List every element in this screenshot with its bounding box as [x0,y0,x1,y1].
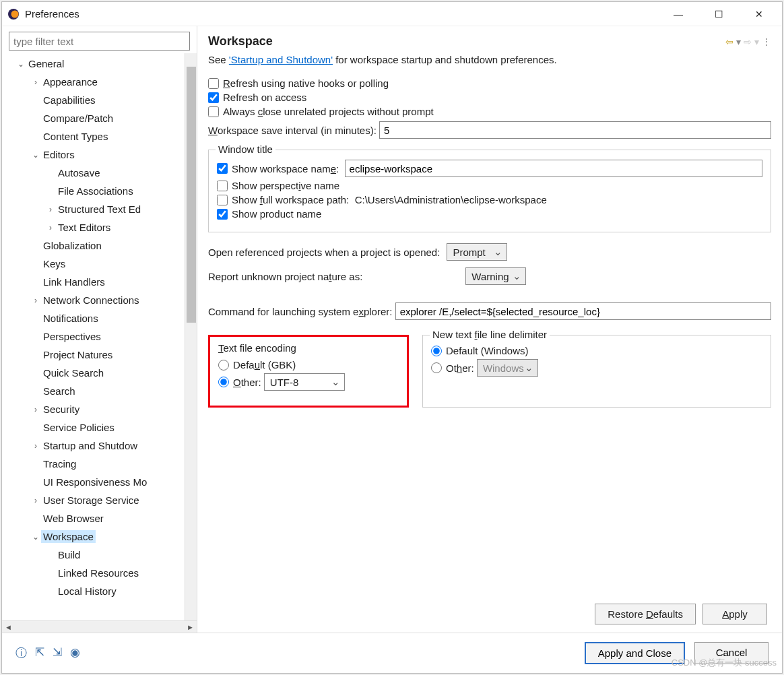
tree-item-user-storage-service[interactable]: ›User Storage Service [6,491,185,509]
tree-item-notifications[interactable]: Notifications [6,309,185,327]
encoding-other-radio[interactable] [218,377,229,387]
tree-item-capabilities[interactable]: Capabilities [6,91,185,109]
show-workspace-name-checkbox[interactable] [217,163,228,174]
tree-item-label: Workspace [41,530,96,543]
chevron-right-icon[interactable]: › [30,496,41,505]
tree-item-autosave[interactable]: Autosave [6,164,185,182]
tree-item-linked-resources[interactable]: Linked Resources [6,564,185,582]
tree-item-text-editors[interactable]: ›Text Editors [6,218,185,236]
filter-input[interactable] [9,32,190,51]
encoding-select[interactable]: UTF-8 [264,373,345,391]
open-referenced-label: Open referenced projects when a project … [208,247,440,258]
tree-item-label: Globalization [41,239,104,252]
menu-icon[interactable]: ⋮ [762,36,771,47]
forward-icon[interactable]: ⇨ [744,36,752,47]
intro-text: See 'Startup and Shutdown' for workspace… [208,54,771,65]
cancel-button[interactable]: Cancel [694,642,769,664]
tree-item-label: Tracing [41,457,78,470]
tree-item-project-natures[interactable]: Project Natures [6,346,185,364]
back-icon[interactable]: ⇦ [725,36,733,47]
show-full-path-checkbox[interactable] [217,195,228,205]
explorer-input[interactable] [395,302,771,320]
window-title-legend: Window title [216,143,275,155]
tree-item-label: Notifications [41,312,100,325]
startup-shutdown-link[interactable]: 'Startup and Shutdown' [229,54,333,65]
tree-item-general[interactable]: ⌄General [6,55,185,73]
always-close-label: Always close unrelated projects without … [223,106,434,117]
minimize-button[interactable]: — [666,6,690,22]
tree-item-security[interactable]: ›Security [6,400,185,418]
apply-and-close-button[interactable]: Apply and Close [585,642,685,664]
tree-item-label: Startup and Shutdow [41,439,139,452]
encoding-default-radio[interactable] [218,360,229,371]
tree-item-local-history[interactable]: Local History [6,582,185,600]
save-interval-label: Workspace save interval (in minutes): [208,125,377,136]
chevron-down-icon[interactable]: ⌄ [30,150,41,160]
report-nature-select[interactable]: Warning [465,267,526,285]
show-product-checkbox[interactable] [217,209,228,220]
tree-item-label: Service Policies [41,421,117,434]
tree-item-link-handlers[interactable]: Link Handlers [6,273,185,291]
chevron-right-icon[interactable]: › [30,405,41,414]
forward-menu-icon[interactable]: ▾ [754,36,759,47]
show-perspective-label: Show perspective name [232,180,339,191]
explorer-label: Command for launching system explorer: [208,306,392,317]
show-perspective-checkbox[interactable] [217,181,228,191]
tree-item-label: Capabilities [41,94,98,106]
tree-item-workspace[interactable]: ⌄Workspace [6,527,185,546]
tree-item-globalization[interactable]: Globalization [6,236,185,255]
chevron-right-icon[interactable]: › [30,77,41,87]
delimiter-other-radio[interactable] [431,362,442,373]
tree-item-keys[interactable]: Keys [6,255,185,273]
tree-item-compare-patch[interactable]: Compare/Patch [6,109,185,127]
vertical-scrollbar[interactable] [185,53,197,620]
tree-item-build[interactable]: Build [6,546,185,564]
tree-item-search[interactable]: Search [6,382,185,400]
delimiter-default-radio[interactable] [431,346,442,356]
tree-item-label: Structured Text Ed [56,203,143,216]
tree-item-label: General [26,57,66,70]
tree-item-service-policies[interactable]: Service Policies [6,418,185,437]
help-icon[interactable]: ⓘ [15,645,27,661]
tree-item-web-browser[interactable]: Web Browser [6,509,185,527]
import-icon[interactable]: ⇱ [35,645,44,661]
workspace-name-input[interactable] [345,160,762,177]
chevron-right-icon[interactable]: › [45,205,56,214]
eclipse-icon [7,8,20,20]
tree-item-file-associations[interactable]: File Associations [6,182,185,200]
back-menu-icon[interactable]: ▾ [736,36,741,47]
tree-item-perspectives[interactable]: Perspectives [6,327,185,346]
export-icon[interactable]: ⇲ [53,645,62,661]
footer: ⓘ ⇱ ⇲ ◉ Apply and Close Cancel [2,633,782,673]
chevron-down-icon[interactable]: ⌄ [30,532,41,542]
tree-item-appearance[interactable]: ›Appearance [6,73,185,91]
tree-item-quick-search[interactable]: Quick Search [6,364,185,382]
refresh-access-checkbox[interactable] [208,92,219,103]
apply-button[interactable]: Apply [703,604,767,624]
tree-item-label: Autosave [56,166,102,179]
tree-item-tracing[interactable]: Tracing [6,455,185,473]
tree-item-network-connections[interactable]: ›Network Connections [6,291,185,309]
tree-item-ui-responsiveness-mo[interactable]: UI Responsiveness Mo [6,473,185,491]
tree-item-startup-and-shutdow[interactable]: ›Startup and Shutdow [6,437,185,455]
delimiter-select: Windows [477,359,538,377]
chevron-down-icon[interactable]: ⌄ [15,59,26,69]
window-title-group: Window title Show workspace name: Show p… [208,150,771,232]
chevron-right-icon[interactable]: › [45,223,56,232]
tree-item-content-types[interactable]: Content Types [6,127,185,146]
always-close-checkbox[interactable] [208,106,219,117]
horizontal-scrollbar[interactable]: ◄► [2,620,197,633]
tree-item-structured-text-ed[interactable]: ›Structured Text Ed [6,200,185,218]
save-interval-input[interactable] [379,121,771,139]
restore-defaults-button[interactable]: Restore Defaults [595,604,696,624]
encoding-other-label: Other: [233,377,261,388]
refresh-native-checkbox[interactable] [208,78,219,89]
record-icon[interactable]: ◉ [70,645,80,661]
tree-item-editors[interactable]: ⌄Editors [6,146,185,164]
maximize-button[interactable]: ☐ [707,6,731,22]
chevron-right-icon[interactable]: › [30,296,41,305]
close-button[interactable]: ✕ [747,6,771,22]
open-referenced-select[interactable]: Prompt [447,243,507,261]
encoding-default-label: Default (GBK) [233,359,296,371]
chevron-right-icon[interactable]: › [30,441,41,451]
